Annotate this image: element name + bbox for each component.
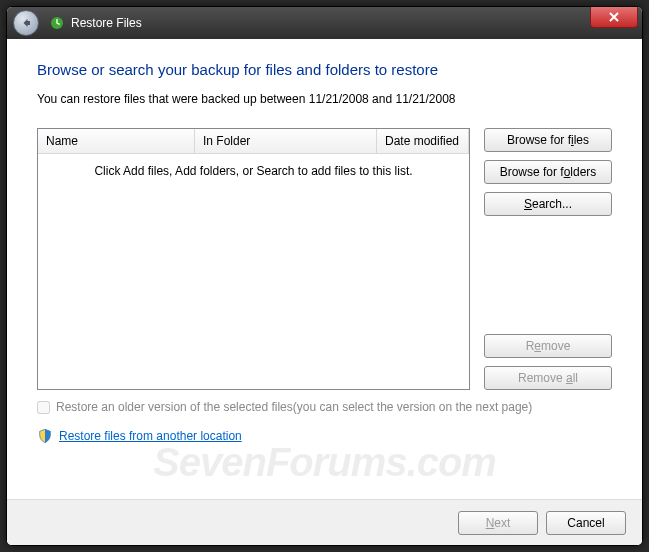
empty-list-message: Click Add files, Add folders, or Search … [38,154,469,188]
search-button[interactable]: Search... [484,192,612,216]
remove-all-button: Remove all [484,366,612,390]
restore-files-window: Restore Files Browse or search your back… [6,6,643,546]
cancel-button[interactable]: Cancel [546,511,626,535]
back-arrow-icon [20,17,32,29]
page-subhead: You can restore files that were backed u… [37,92,612,106]
back-button[interactable] [13,10,39,36]
restore-from-another-location-link[interactable]: Restore files from another location [59,429,242,443]
dialog-body: Browse or search your backup for files a… [7,39,642,545]
dialog-footer: Next Cancel [7,499,642,545]
remove-button: Remove [484,334,612,358]
next-button: Next [458,511,538,535]
side-buttons: Browse for files Browse for folders Sear… [484,128,612,390]
close-icon [609,12,619,22]
list-header: Name In Folder Date modified [38,129,469,154]
shield-icon [37,428,53,444]
older-version-checkbox [37,401,50,414]
column-name[interactable]: Name [38,129,195,153]
window-title: Restore Files [71,16,142,30]
older-version-label: Restore an older version of the selected… [56,400,532,414]
column-in-folder[interactable]: In Folder [195,129,377,153]
browse-folders-button[interactable]: Browse for folders [484,160,612,184]
page-heading: Browse or search your backup for files a… [37,61,612,78]
older-version-checkbox-row: Restore an older version of the selected… [37,400,612,414]
titlebar: Restore Files [7,7,642,39]
browse-files-button[interactable]: Browse for files [484,128,612,152]
file-list[interactable]: Name In Folder Date modified Click Add f… [37,128,470,390]
restore-icon [49,15,65,31]
watermark: SevenForums.com [7,440,642,485]
column-date-modified[interactable]: Date modified [377,129,469,153]
close-button[interactable] [590,7,638,28]
